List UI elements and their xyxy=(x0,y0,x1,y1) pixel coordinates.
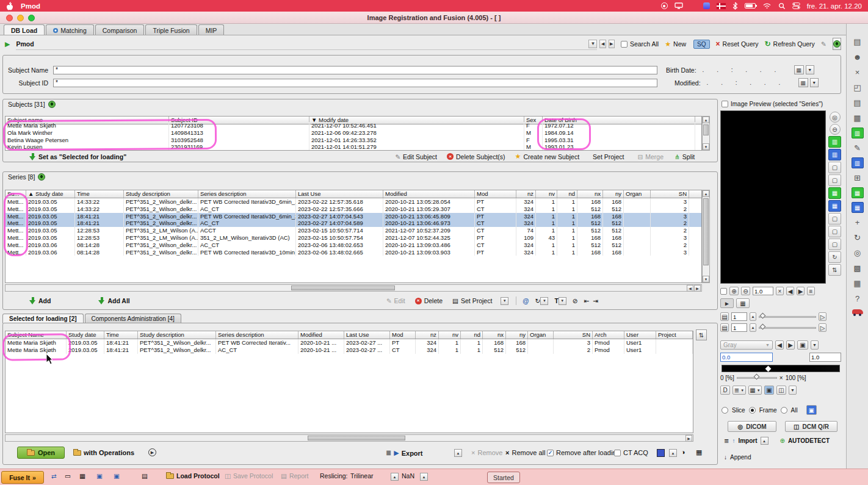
menu-icon[interactable]: ≡ xyxy=(807,287,815,295)
slice-slider[interactable] xyxy=(759,316,816,318)
autodetect-button[interactable]: AUTODETECT xyxy=(788,437,830,444)
load-icon[interactable]: ▤ xyxy=(851,36,864,48)
zoom-window-button[interactable] xyxy=(28,15,35,21)
column-header[interactable]: ny xyxy=(603,190,624,198)
list-icon[interactable]: ▤ xyxy=(851,97,864,109)
split-view-button[interactable]: ◫ xyxy=(776,386,786,395)
column-header[interactable]: nx xyxy=(577,190,603,198)
scroll-down-button[interactable]: ▼ xyxy=(703,143,709,150)
list-icon[interactable]: ▤ xyxy=(720,323,729,332)
layout-icon[interactable]: ▢ xyxy=(828,174,841,186)
tab-components-administration[interactable]: Components Administration [4] xyxy=(85,314,181,323)
frame-radio[interactable] xyxy=(749,407,756,414)
set-selected-button[interactable]: Set as "Selected for loading" xyxy=(29,153,126,160)
list-icon[interactable]: ▤ xyxy=(720,312,729,321)
scroll-up-button[interactable]: ▲ xyxy=(703,190,709,197)
export-dropdown[interactable]: ▲ xyxy=(454,449,462,457)
scroll-right-button[interactable]: ▶ xyxy=(685,435,692,442)
chevron-down-icon[interactable]: ▼ xyxy=(810,78,819,87)
user-icon[interactable]: ☻ xyxy=(851,51,864,63)
nan-dropdown[interactable]: ▲ xyxy=(420,473,428,481)
column-header[interactable]: Last Use xyxy=(296,190,383,198)
series-hscrollbar[interactable]: ◀ ▶ xyxy=(5,284,702,292)
column-header[interactable]: Organ xyxy=(624,190,651,198)
search-all-checkbox[interactable]: Search All xyxy=(621,40,659,48)
eye-icon[interactable] xyxy=(38,173,45,181)
load-protocol-button[interactable]: Load Protocol xyxy=(166,472,220,480)
close-icon[interactable]: × xyxy=(851,66,864,78)
chevron-down-icon[interactable]: ▼ xyxy=(806,65,814,74)
set-project-dropdown[interactable]: ▼ xyxy=(501,297,508,305)
help-icon[interactable]: ? xyxy=(851,293,864,304)
grid-view-icon[interactable]: ▦ xyxy=(696,448,702,456)
upper-threshold-input[interactable]: 1.0 xyxy=(809,353,841,362)
column-header[interactable]: Last Use xyxy=(344,331,390,339)
column-header[interactable]: User xyxy=(624,331,656,339)
table-row[interactable]: Mette Maria Skjøth12077231082021-12-07 1… xyxy=(5,122,701,129)
contrast-icon[interactable]: ◑ xyxy=(681,448,685,456)
eye-icon[interactable] xyxy=(48,101,56,108)
layout-2x2-blue-icon[interactable]: ▦ xyxy=(828,200,841,212)
image-icon[interactable]: ▣ xyxy=(797,340,808,350)
column-header[interactable]: SN xyxy=(651,190,689,198)
close-window-button[interactable] xyxy=(6,15,13,21)
database-selector[interactable]: Pmod ▼ xyxy=(16,38,597,50)
report-button[interactable]: ▤Report xyxy=(281,472,308,480)
wifi-icon[interactable] xyxy=(762,2,772,10)
prev-colormap-icon[interactable]: ◀ xyxy=(775,340,784,350)
rotate-icon[interactable]: ↻ xyxy=(828,251,841,263)
bluetooth-icon[interactable] xyxy=(732,2,738,10)
denmark-flag-icon[interactable] xyxy=(717,3,726,9)
table-icon[interactable]: ⊞ xyxy=(851,172,864,184)
subjects-scrollbar[interactable]: ▲ ▼ xyxy=(702,116,710,151)
table-row[interactable]: Mett...2019.03.0514:33:22PET^351_2_Wilso… xyxy=(5,198,701,206)
column-header[interactable]: Project xyxy=(656,331,693,339)
display-icon[interactable] xyxy=(675,2,683,10)
table-row[interactable]: Mett...2019.03.0512:28:53PET^351_2_LM_Wi… xyxy=(5,234,701,242)
next-colormap-icon[interactable]: ▶ xyxy=(786,340,795,350)
slice-number-input[interactable]: 1 xyxy=(731,312,747,321)
open-button[interactable]: Open xyxy=(17,447,65,459)
remove-button[interactable]: ×Remove xyxy=(471,449,502,456)
frame-slider[interactable] xyxy=(759,327,816,329)
slice-radio[interactable] xyxy=(722,407,728,414)
column-header[interactable]: Study description xyxy=(138,331,216,339)
chevron-down-icon[interactable]: ▼ xyxy=(811,340,819,350)
column-header[interactable]: nz xyxy=(416,331,439,339)
all-radio[interactable] xyxy=(781,407,787,414)
add-button[interactable]: Add xyxy=(29,297,51,304)
calendar-icon[interactable]: ▦ xyxy=(79,472,85,480)
target-icon[interactable]: ◎ xyxy=(830,112,841,123)
slider-knob[interactable] xyxy=(760,312,766,318)
import-label[interactable]: Import xyxy=(738,437,757,444)
toy-car-icon[interactable] xyxy=(851,308,864,318)
column-header[interactable]: nv xyxy=(439,331,461,339)
reset-view-icon[interactable]: ↻ xyxy=(851,232,864,243)
monitor-icon[interactable]: ▣ xyxy=(96,472,103,480)
column-header[interactable]: Mod xyxy=(390,331,416,339)
column-header[interactable]: Time xyxy=(104,331,138,339)
lower-threshold-input[interactable]: 0.0 xyxy=(720,353,773,362)
pattern-icon[interactable]: ▦ xyxy=(851,278,864,289)
table-row[interactable]: Betina Waage Petersen31039525482021-12-0… xyxy=(5,137,701,144)
spotlight-icon[interactable] xyxy=(778,2,786,10)
column-header[interactable]: nd xyxy=(557,190,577,198)
column-header[interactable]: Study date xyxy=(67,331,104,339)
modified-fields[interactable]: . . : . . . xyxy=(707,79,798,86)
layout-icon[interactable]: ▢ xyxy=(828,213,841,225)
tab-matching[interactable]: Matching xyxy=(46,24,94,35)
table-row[interactable]: Mette Maria Skjøth2019.03.0518:41:21PET^… xyxy=(5,347,693,354)
scroll-left-button[interactable]: ◀ xyxy=(687,285,693,292)
scrollbar-thumb[interactable] xyxy=(308,436,405,440)
merge-button[interactable]: ⊟Merge xyxy=(637,153,664,160)
column-header[interactable]: nx xyxy=(483,331,506,339)
table-row[interactable]: Mett...2019.03.0518:41:21PET^351_2_Wilso… xyxy=(5,220,701,227)
chart-icon[interactable]: ▤ xyxy=(142,472,148,480)
series-scrollbar[interactable]: ▲ ▼ xyxy=(702,190,710,283)
reslicing-value[interactable]: Trilinear xyxy=(350,472,374,480)
subject-id-input[interactable]: * xyxy=(53,79,657,87)
tab-selected-for-loading[interactable]: Selected for loading [2] xyxy=(2,314,84,323)
run-icon[interactable]: ▶ xyxy=(5,40,10,48)
edit-query-icon[interactable]: ✎ xyxy=(821,40,826,48)
create-subject-button[interactable]: ★Create new Subject xyxy=(515,153,580,160)
